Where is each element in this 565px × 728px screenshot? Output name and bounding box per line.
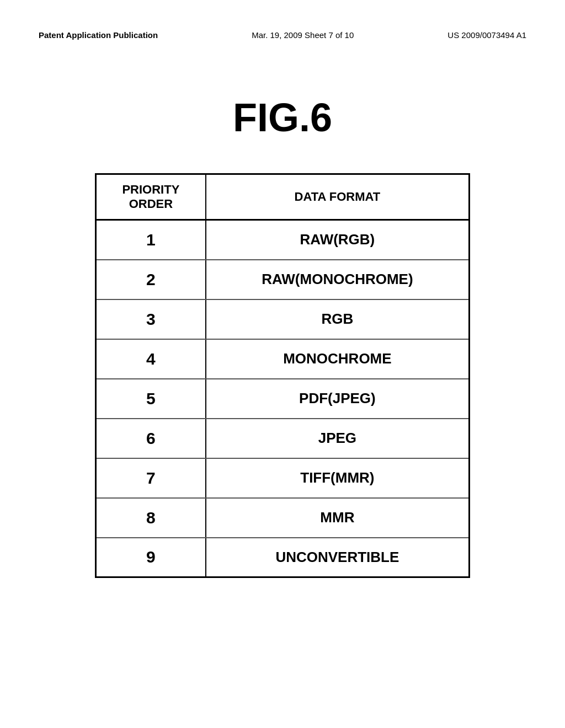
cell-format-8: MMR <box>206 498 470 538</box>
cell-priority-6: 6 <box>96 419 206 458</box>
cell-format-4: MONOCHROME <box>206 339 470 379</box>
cell-format-7: TIFF(MMR) <box>206 458 470 498</box>
table-row: 7TIFF(MMR) <box>96 458 470 498</box>
cell-priority-2: 2 <box>96 260 206 299</box>
table-row: 3RGB <box>96 299 470 339</box>
table-row: 5PDF(JPEG) <box>96 379 470 419</box>
cell-format-5: PDF(JPEG) <box>206 379 470 419</box>
cell-priority-4: 4 <box>96 339 206 379</box>
cell-priority-1: 1 <box>96 220 206 260</box>
table-row: 6JPEG <box>96 419 470 458</box>
header-date-sheet: Mar. 19, 2009 Sheet 7 of 10 <box>252 30 354 40</box>
cell-format-3: RGB <box>206 299 470 339</box>
table-row: 2RAW(MONOCHROME) <box>96 260 470 299</box>
cell-priority-7: 7 <box>96 458 206 498</box>
column-header-priority: PRIORITY ORDER <box>96 174 206 220</box>
table-header-row: PRIORITY ORDER DATA FORMAT <box>96 174 470 220</box>
table-row: 4MONOCHROME <box>96 339 470 379</box>
page-header: Patent Application Publication Mar. 19, … <box>0 0 565 40</box>
cell-format-9: UNCONVERTIBLE <box>206 538 470 577</box>
figure-title: FIG.6 <box>0 95 565 140</box>
table-row: 8MMR <box>96 498 470 538</box>
cell-priority-3: 3 <box>96 299 206 339</box>
cell-priority-9: 9 <box>96 538 206 577</box>
header-patent-number: US 2009/0073494 A1 <box>447 30 526 40</box>
header-publication-label: Patent Application Publication <box>39 30 158 40</box>
table-row: 1RAW(RGB) <box>96 220 470 260</box>
cell-format-1: RAW(RGB) <box>206 220 470 260</box>
cell-priority-5: 5 <box>96 379 206 419</box>
column-header-format: DATA FORMAT <box>206 174 470 220</box>
cell-format-6: JPEG <box>206 419 470 458</box>
cell-format-2: RAW(MONOCHROME) <box>206 260 470 299</box>
data-table-container: PRIORITY ORDER DATA FORMAT 1RAW(RGB)2RAW… <box>0 173 565 578</box>
table-row: 9UNCONVERTIBLE <box>96 538 470 577</box>
cell-priority-8: 8 <box>96 498 206 538</box>
priority-format-table: PRIORITY ORDER DATA FORMAT 1RAW(RGB)2RAW… <box>95 173 470 578</box>
